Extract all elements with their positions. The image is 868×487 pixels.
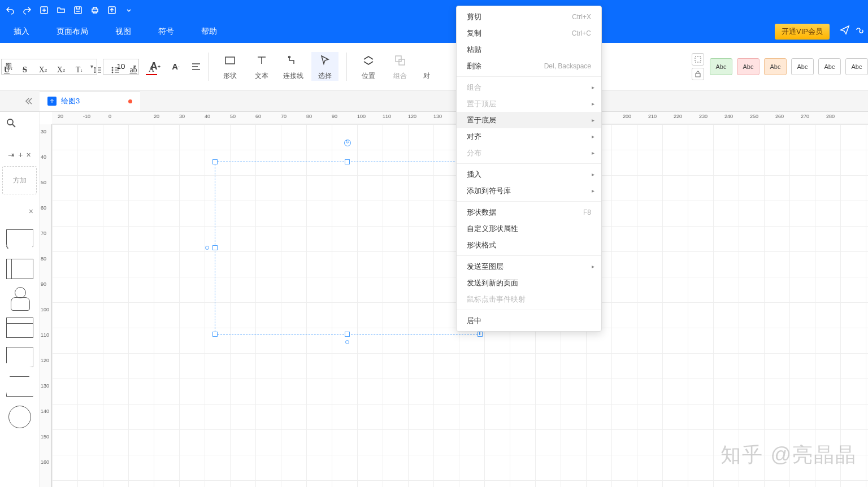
open-icon[interactable]	[55, 5, 67, 16]
shape-library	[3, 229, 36, 428]
tool-shape[interactable]: 形状	[216, 52, 244, 81]
superscript-icon[interactable]: X2	[37, 65, 49, 75]
tool-connector[interactable]: 连接线	[280, 52, 307, 81]
midpoint-s[interactable]	[345, 340, 349, 344]
menu-insert[interactable]: 插入	[0, 20, 43, 43]
context-menu-item[interactable]: 剪切Ctrl+X	[457, 8, 601, 25]
send-icon[interactable]	[840, 25, 850, 37]
strike-icon[interactable]: S	[19, 65, 31, 75]
handle-n[interactable]	[345, 159, 350, 164]
menu-separator	[457, 201, 601, 202]
lock-icon[interactable]	[692, 68, 704, 80]
svg-point-10	[112, 67, 113, 68]
context-menu-item[interactable]: 自定义形状属性	[457, 220, 601, 237]
selected-shape[interactable]	[215, 162, 480, 334]
shape-person[interactable]	[6, 288, 33, 308]
handle-w[interactable]	[212, 245, 218, 250]
text-direction-icon[interactable]: T↓	[73, 65, 85, 75]
shape-manual[interactable]	[6, 347, 33, 367]
context-menu-item[interactable]: 形状格式	[457, 237, 601, 253]
rotate-handle[interactable]	[344, 140, 351, 146]
bounds-icon[interactable]	[692, 53, 704, 66]
menu-symbol[interactable]: 符号	[145, 20, 188, 43]
ruler-tick: 20	[58, 114, 63, 119]
context-menu-item[interactable]: 删除Del, Backspace	[457, 58, 601, 74]
shape-predefined[interactable]	[6, 259, 33, 279]
menu-help[interactable]: 帮助	[188, 20, 231, 43]
style-preset-5[interactable]: Abc	[818, 58, 841, 75]
ruler-tick: 70	[281, 114, 287, 119]
tool-text[interactable]: 文本	[248, 52, 275, 81]
context-menu-item[interactable]: 粘贴	[457, 41, 601, 58]
context-menu-item[interactable]: 置于底层▸	[457, 112, 601, 128]
close-panel-icon[interactable]: ×	[27, 150, 31, 159]
handle-s[interactable]	[345, 332, 350, 337]
export-icon[interactable]	[106, 5, 118, 16]
redo-icon[interactable]	[21, 5, 33, 16]
underline-icon[interactable]: U	[1, 65, 12, 75]
add-shape-hint[interactable]: 方加	[2, 166, 37, 194]
context-menu-item[interactable]: 插入▸	[457, 166, 601, 182]
svg-rect-9	[696, 73, 700, 77]
align-icon[interactable]	[190, 60, 202, 73]
infinity-icon[interactable]	[854, 25, 865, 37]
sidebar-collapse[interactable]	[0, 97, 40, 106]
svg-point-11	[112, 69, 113, 71]
document-tab[interactable]: 绘图3	[40, 91, 140, 111]
search-icon[interactable]	[6, 118, 17, 131]
context-menu-item[interactable]: 形状数据F8	[457, 204, 601, 220]
more-icon[interactable]	[123, 5, 134, 16]
new-icon[interactable]	[38, 5, 50, 16]
text-highlight-icon[interactable]: ab	[128, 65, 139, 75]
list-icon[interactable]	[110, 65, 121, 75]
midpoint-w[interactable]	[205, 246, 209, 250]
svg-rect-6	[396, 56, 401, 62]
shape-trapezoid[interactable]	[6, 376, 33, 397]
undo-icon[interactable]	[5, 5, 16, 16]
print-icon[interactable]	[89, 5, 101, 16]
ruler-tick: 160	[41, 459, 49, 465]
import-icon[interactable]: ⇥	[8, 150, 15, 159]
vip-button[interactable]: 开通VIP会员	[775, 24, 830, 40]
style-preset-3[interactable]: Abc	[764, 58, 787, 75]
line-spacing-icon[interactable]	[92, 65, 103, 75]
tool-group[interactable]: 组合	[387, 52, 414, 81]
decrease-font-icon[interactable]: A-	[170, 60, 182, 73]
ruler-tick: 90	[41, 281, 46, 287]
ruler-tick: 20	[154, 114, 159, 119]
ruler-tick: 100	[41, 307, 49, 312]
shape-circle[interactable]	[8, 406, 31, 428]
ruler-tick: 50	[230, 114, 236, 119]
context-menu-item[interactable]: 发送到新的页面	[457, 275, 601, 291]
style-preset-6[interactable]: Abc	[845, 58, 868, 75]
menu-layout[interactable]: 页面布局	[43, 20, 102, 43]
shape-card[interactable]	[6, 318, 33, 338]
style-preset-1[interactable]: Abc	[710, 58, 732, 75]
ruler-tick: 50	[41, 180, 46, 185]
tool-align[interactable]: 对	[418, 52, 435, 81]
collapse-section[interactable]: ×	[29, 207, 33, 216]
handle-nw[interactable]	[212, 159, 218, 164]
tool-position[interactable]: 位置	[355, 52, 382, 81]
font-color-icon[interactable]: A	[146, 65, 157, 75]
canvas[interactable]: 20-1002030405060708090100110120130200210…	[40, 112, 868, 487]
style-preset-4[interactable]: Abc	[791, 58, 814, 75]
submenu-arrow-icon: ▸	[592, 263, 594, 269]
context-menu-item[interactable]: 对齐▸	[457, 128, 601, 145]
context-menu-item[interactable]: 发送至图层▸	[457, 258, 601, 275]
ruler-tick: 280	[826, 114, 835, 119]
context-menu-item[interactable]: 复制Ctrl+C	[457, 25, 601, 41]
context-menu-item[interactable]: 居中	[457, 312, 601, 329]
handle-sw[interactable]	[212, 332, 218, 337]
add-icon[interactable]: +	[18, 150, 23, 159]
ruler-tick: 0	[108, 114, 111, 119]
context-menu-item[interactable]: 添加到符号库▸	[457, 182, 601, 199]
subscript-icon[interactable]: X2	[55, 65, 67, 75]
ruler-tick: 30	[41, 129, 46, 134]
context-menu: 剪切Ctrl+X复制Ctrl+C粘贴删除Del, Backspace组合▸置于顶…	[456, 6, 602, 332]
menu-view[interactable]: 视图	[102, 20, 145, 43]
style-preset-2[interactable]: Abc	[737, 58, 760, 75]
tool-select[interactable]: 选择	[311, 52, 338, 81]
shape-document[interactable]	[6, 229, 33, 250]
save-icon[interactable]	[72, 5, 84, 16]
